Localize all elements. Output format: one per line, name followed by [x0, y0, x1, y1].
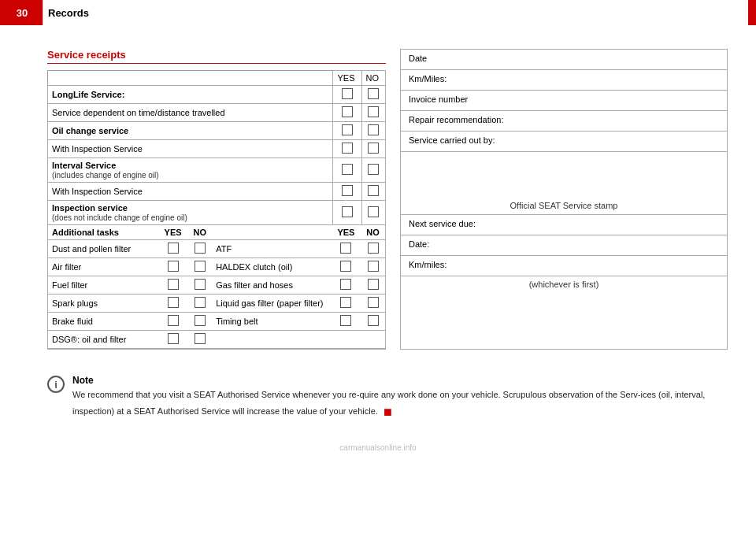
no-checkbox[interactable] — [187, 295, 212, 313]
note-content: Note We recommend that you visit a SEAT … — [72, 375, 728, 423]
no-checkbox[interactable] — [361, 201, 386, 225]
additional-task-row: DSG®: oil and filter — [48, 331, 385, 349]
row-label: With Inspection Service — [48, 183, 333, 201]
table-row: With Inspection Service — [48, 183, 386, 201]
no-checkbox[interactable] — [187, 240, 212, 258]
yes-checkbox[interactable] — [332, 313, 361, 331]
stamp-label: Official SEAT Service stamp — [409, 194, 719, 210]
right-task-label: ATF — [212, 240, 332, 258]
page-title: Records — [43, 0, 748, 25]
additional-task-row: Dust and pollen filter ATF — [48, 240, 385, 258]
repair-recommendation-field: Repair recommendation: — [401, 111, 727, 132]
table-row: With Inspection Service — [48, 140, 386, 158]
yes-checkbox[interactable] — [158, 276, 187, 295]
date-field: Date — [401, 50, 727, 70]
yes-checkbox[interactable] — [158, 313, 187, 331]
additional-tasks-table: Additional tasks YES NO YES NO Dust and … — [48, 225, 385, 349]
row-label: Interval Service (includes change of eng… — [48, 158, 333, 183]
additional-task-row: Fuel filter Gas filter and hoses — [48, 276, 385, 295]
watermark: carmanualsonline.info — [0, 439, 756, 457]
stamp-area: Official SEAT Service stamp — [401, 152, 727, 215]
yes-checkbox[interactable] — [333, 201, 361, 225]
right-task-label — [212, 331, 332, 349]
row-label: Inspection service (does not include cha… — [48, 201, 333, 225]
no-checkbox[interactable] — [187, 313, 212, 331]
yes-header: YES — [333, 71, 361, 86]
table-row: Oil change service — [48, 122, 386, 140]
left-task-label: DSG®: oil and filter — [48, 331, 158, 349]
no-checkbox[interactable] — [187, 331, 212, 349]
service-table: YES NO LongLife Service: Service depende… — [47, 70, 386, 350]
note-bullet: ■ — [384, 404, 392, 420]
right-items-header — [212, 225, 332, 240]
right-task-label: Timing belt — [212, 313, 332, 331]
yes-checkbox[interactable] — [333, 122, 361, 140]
right-task-label: Gas filter and hoses — [212, 276, 332, 295]
yes-col-header: YES — [158, 225, 187, 240]
row-label: With Inspection Service — [48, 140, 333, 158]
yes-checkbox[interactable] — [332, 240, 361, 258]
main-content: Service receipts YES NO LongLife Service… — [0, 25, 756, 365]
no-checkbox[interactable] — [187, 258, 212, 276]
no-checkbox[interactable] — [187, 276, 212, 295]
date-field-2: Date: — [401, 235, 727, 256]
no-col-header: NO — [187, 225, 212, 240]
yes-checkbox[interactable] — [333, 86, 361, 104]
no-checkbox[interactable] — [361, 313, 385, 331]
km-miles-field: Km/Miles: — [401, 70, 727, 91]
no-checkbox[interactable] — [361, 140, 386, 158]
note-text: We recommend that you visit a SEAT Autho… — [72, 388, 728, 423]
yes-checkbox[interactable] — [332, 295, 361, 313]
row-label: LongLife Service: — [48, 86, 333, 104]
right-panel: Date Km/Miles: Invoice number Repair rec… — [400, 49, 728, 350]
row-label-sub: (does not include change of engine oil) — [52, 213, 187, 222]
no-checkbox[interactable] — [361, 86, 386, 104]
km-miles-field-2: Km/miles: — [401, 256, 727, 276]
left-panel: Service receipts YES NO LongLife Service… — [47, 49, 386, 350]
row-label-main: Inspection service — [52, 203, 128, 213]
yes-checkbox[interactable] — [333, 104, 361, 122]
left-task-label: Air filter — [48, 258, 158, 276]
whichever-label: (whichever is first) — [401, 276, 727, 292]
yes-checkbox[interactable] — [158, 331, 187, 349]
page-number: 30 — [8, 7, 36, 19]
yes-checkbox[interactable] — [332, 258, 361, 276]
table-row: Interval Service (includes change of eng… — [48, 158, 386, 183]
no-checkbox[interactable] — [361, 295, 385, 313]
table-row: Inspection service (does not include cha… — [48, 201, 386, 225]
row-label-main: Interval Service — [52, 161, 116, 170]
next-service-due-field: Next service due: — [401, 215, 727, 235]
no-checkbox[interactable] — [361, 104, 386, 122]
no-checkbox[interactable] — [361, 183, 386, 201]
yes-checkbox[interactable] — [333, 140, 361, 158]
no-header: NO — [361, 71, 386, 86]
no-checkbox[interactable] — [361, 276, 385, 295]
yes-checkbox[interactable] — [158, 240, 187, 258]
left-task-label: Spark plugs — [48, 295, 158, 313]
note-title: Note — [72, 375, 728, 386]
no-checkbox[interactable] — [361, 258, 385, 276]
additional-tasks-label: Additional tasks — [48, 225, 158, 240]
service-carried-out-field: Service carried out by: — [401, 132, 727, 152]
left-task-label: Brake fluid — [48, 313, 158, 331]
info-icon: i — [47, 376, 65, 393]
row-label-sub: (includes change of engine oil) — [52, 171, 159, 180]
no-checkbox[interactable] — [361, 240, 385, 258]
no-checkbox[interactable] — [361, 158, 386, 183]
left-task-label: Fuel filter — [48, 276, 158, 295]
additional-tasks-header-row: Additional tasks YES NO YES NO Dust and … — [48, 225, 386, 350]
yes-checkbox[interactable] — [333, 158, 361, 183]
additional-task-row: Brake fluid Timing belt — [48, 313, 385, 331]
row-label: Oil change service — [48, 122, 333, 140]
left-task-label: Dust and pollen filter — [48, 240, 158, 258]
section-title: Service receipts — [47, 49, 386, 64]
no-checkbox[interactable] — [361, 122, 386, 140]
yes-checkbox[interactable] — [158, 258, 187, 276]
no-checkbox — [361, 331, 385, 349]
yes-checkbox[interactable] — [332, 276, 361, 295]
row-label: Service dependent on time/distance trave… — [48, 104, 333, 122]
table-row: LongLife Service: — [48, 86, 386, 104]
yes-checkbox[interactable] — [158, 295, 187, 313]
yes-checkbox[interactable] — [333, 183, 361, 201]
yes-checkbox — [332, 331, 361, 349]
